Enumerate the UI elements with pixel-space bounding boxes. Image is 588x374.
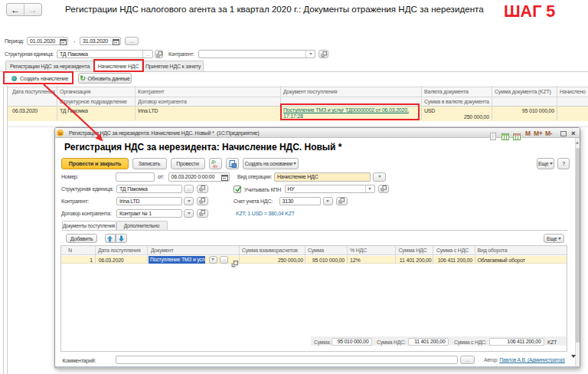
svg-text:Кт: Кт [213, 164, 217, 169]
